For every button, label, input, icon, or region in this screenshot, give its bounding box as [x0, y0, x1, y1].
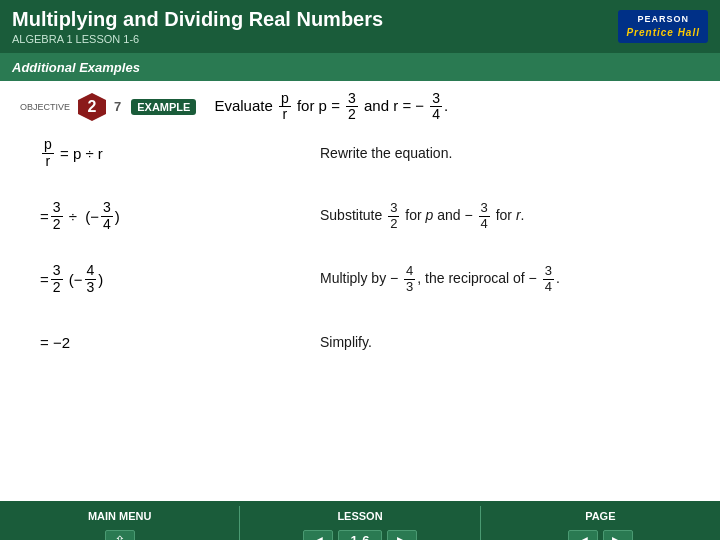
fraction-3-4: 3 4 [430, 91, 442, 123]
step-1: pr = p ÷ r Rewrite the equation. [40, 131, 700, 176]
step-3-math: = 32 (−43) [40, 263, 320, 295]
page-nav: ◀ ▶ [568, 530, 633, 540]
lesson-nav: ◀ 1-6 ▶ [303, 530, 418, 540]
footer-page: PAGE ◀ ▶ [481, 501, 720, 540]
objective-row: OBJECTIVE 2 7 EXAMPLE Evaluate p r for p… [20, 91, 700, 123]
objective-badge: 2 [78, 93, 106, 121]
step-2: = 32 ÷ (−34) Substitute 32 for p and − 3… [40, 194, 700, 239]
step-4-math: = −2 [40, 334, 320, 351]
page-next-button[interactable]: ▶ [603, 530, 633, 540]
lesson-prev-button[interactable]: ◀ [303, 530, 333, 540]
lesson-label: LESSON [337, 510, 382, 522]
footer: MAIN MENU ⇧ LESSON ◀ 1-6 ▶ PAGE ◀ ▶ [0, 501, 720, 540]
page-number-badge: 1-6 [338, 530, 383, 540]
problem-statement: Evaluate p r for p = 3 2 and r = − 3 4 . [214, 91, 448, 123]
pearson-logo: PEARSON Prentice Hall [618, 10, 708, 43]
header-text: Multiplying and Dividing Real Numbers AL… [12, 8, 383, 45]
main-menu-nav: ⇧ [105, 530, 135, 540]
step-4-description: Simplify. [320, 334, 700, 350]
footer-lesson: LESSON ◀ 1-6 ▶ [240, 501, 479, 540]
fraction-3-2: 3 2 [346, 91, 358, 123]
step-1-math: pr = p ÷ r [40, 137, 320, 169]
objective-label-text: OBJECTIVE [20, 102, 70, 112]
lesson-subtitle: ALGEBRA 1 LESSON 1-6 [12, 33, 383, 45]
content-area: OBJECTIVE 2 7 EXAMPLE Evaluate p r for p… [0, 81, 720, 501]
steps-area: pr = p ÷ r Rewrite the equation. = 32 ÷ … [40, 131, 700, 365]
step-2-description: Substitute 32 for p and − 34 for r. [320, 201, 700, 231]
step-4: = −2 Simplify. [40, 320, 700, 365]
header: Multiplying and Dividing Real Numbers AL… [0, 0, 720, 53]
additional-examples-label: Additional Examples [12, 60, 140, 75]
main-menu-label: MAIN MENU [88, 510, 152, 522]
page-label: PAGE [585, 510, 615, 522]
example-badge: EXAMPLE [131, 99, 196, 115]
step-1-description: Rewrite the equation. [320, 145, 700, 161]
page-title: Multiplying and Dividing Real Numbers [12, 8, 383, 31]
lesson-next-button[interactable]: ▶ [387, 530, 417, 540]
page-prev-button[interactable]: ◀ [568, 530, 598, 540]
footer-main-menu: MAIN MENU ⇧ [0, 501, 239, 540]
step-3: = 32 (−43) Multiply by − 43, the recipro… [40, 257, 700, 302]
step-3-description: Multiply by − 43, the reciprocal of − 34… [320, 264, 700, 294]
additional-examples-bar: Additional Examples [0, 53, 720, 81]
step-2-math: = 32 ÷ (−34) [40, 200, 320, 232]
fraction-p-r: p r [279, 91, 291, 123]
example-number: 7 [114, 99, 121, 114]
home-button[interactable]: ⇧ [105, 530, 135, 540]
